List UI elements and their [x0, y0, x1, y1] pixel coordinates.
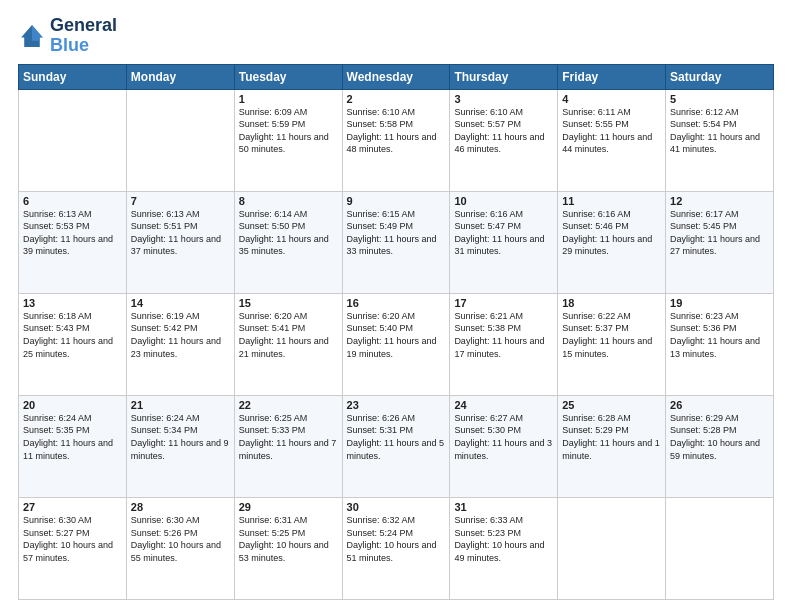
calendar-cell: 17Sunrise: 6:21 AM Sunset: 5:38 PM Dayli…: [450, 293, 558, 395]
day-info: Sunrise: 6:29 AM Sunset: 5:28 PM Dayligh…: [670, 412, 769, 462]
calendar-cell: 6Sunrise: 6:13 AM Sunset: 5:53 PM Daylig…: [19, 191, 127, 293]
calendar-cell: [19, 89, 127, 191]
logo-general: General: [50, 16, 117, 36]
day-info: Sunrise: 6:20 AM Sunset: 5:40 PM Dayligh…: [347, 310, 446, 360]
day-number: 24: [454, 399, 553, 411]
weekday-header-sunday: Sunday: [19, 64, 127, 89]
calendar-week-row: 6Sunrise: 6:13 AM Sunset: 5:53 PM Daylig…: [19, 191, 774, 293]
calendar-week-row: 13Sunrise: 6:18 AM Sunset: 5:43 PM Dayli…: [19, 293, 774, 395]
day-number: 3: [454, 93, 553, 105]
svg-marker-1: [32, 25, 43, 41]
day-info: Sunrise: 6:11 AM Sunset: 5:55 PM Dayligh…: [562, 106, 661, 156]
calendar-cell: 11Sunrise: 6:16 AM Sunset: 5:46 PM Dayli…: [558, 191, 666, 293]
calendar-cell: 10Sunrise: 6:16 AM Sunset: 5:47 PM Dayli…: [450, 191, 558, 293]
logo: General Blue: [18, 16, 117, 56]
day-info: Sunrise: 6:23 AM Sunset: 5:36 PM Dayligh…: [670, 310, 769, 360]
calendar-cell: 16Sunrise: 6:20 AM Sunset: 5:40 PM Dayli…: [342, 293, 450, 395]
day-info: Sunrise: 6:16 AM Sunset: 5:47 PM Dayligh…: [454, 208, 553, 258]
day-number: 15: [239, 297, 338, 309]
weekday-header-friday: Friday: [558, 64, 666, 89]
calendar-cell: 27Sunrise: 6:30 AM Sunset: 5:27 PM Dayli…: [19, 497, 127, 599]
day-number: 6: [23, 195, 122, 207]
weekday-header-tuesday: Tuesday: [234, 64, 342, 89]
calendar-cell: 20Sunrise: 6:24 AM Sunset: 5:35 PM Dayli…: [19, 395, 127, 497]
logo-text: General Blue: [50, 16, 117, 56]
calendar-cell: 7Sunrise: 6:13 AM Sunset: 5:51 PM Daylig…: [126, 191, 234, 293]
day-number: 30: [347, 501, 446, 513]
day-number: 28: [131, 501, 230, 513]
day-number: 4: [562, 93, 661, 105]
day-info: Sunrise: 6:17 AM Sunset: 5:45 PM Dayligh…: [670, 208, 769, 258]
weekday-header-thursday: Thursday: [450, 64, 558, 89]
calendar-week-row: 20Sunrise: 6:24 AM Sunset: 5:35 PM Dayli…: [19, 395, 774, 497]
day-number: 13: [23, 297, 122, 309]
day-number: 1: [239, 93, 338, 105]
day-info: Sunrise: 6:31 AM Sunset: 5:25 PM Dayligh…: [239, 514, 338, 564]
calendar-cell: 12Sunrise: 6:17 AM Sunset: 5:45 PM Dayli…: [666, 191, 774, 293]
day-info: Sunrise: 6:15 AM Sunset: 5:49 PM Dayligh…: [347, 208, 446, 258]
day-info: Sunrise: 6:13 AM Sunset: 5:53 PM Dayligh…: [23, 208, 122, 258]
day-number: 17: [454, 297, 553, 309]
day-number: 22: [239, 399, 338, 411]
day-number: 11: [562, 195, 661, 207]
calendar-cell: [666, 497, 774, 599]
calendar-table: SundayMondayTuesdayWednesdayThursdayFrid…: [18, 64, 774, 600]
calendar-week-row: 1Sunrise: 6:09 AM Sunset: 5:59 PM Daylig…: [19, 89, 774, 191]
weekday-header-saturday: Saturday: [666, 64, 774, 89]
weekday-header-wednesday: Wednesday: [342, 64, 450, 89]
day-number: 31: [454, 501, 553, 513]
calendar-cell: 14Sunrise: 6:19 AM Sunset: 5:42 PM Dayli…: [126, 293, 234, 395]
day-info: Sunrise: 6:22 AM Sunset: 5:37 PM Dayligh…: [562, 310, 661, 360]
weekday-header-monday: Monday: [126, 64, 234, 89]
calendar-cell: 25Sunrise: 6:28 AM Sunset: 5:29 PM Dayli…: [558, 395, 666, 497]
header: General Blue: [18, 16, 774, 56]
calendar-cell: 29Sunrise: 6:31 AM Sunset: 5:25 PM Dayli…: [234, 497, 342, 599]
day-info: Sunrise: 6:19 AM Sunset: 5:42 PM Dayligh…: [131, 310, 230, 360]
day-number: 14: [131, 297, 230, 309]
day-number: 12: [670, 195, 769, 207]
calendar-cell: 9Sunrise: 6:15 AM Sunset: 5:49 PM Daylig…: [342, 191, 450, 293]
day-number: 27: [23, 501, 122, 513]
logo-blue: Blue: [50, 36, 117, 56]
day-number: 23: [347, 399, 446, 411]
calendar-cell: 18Sunrise: 6:22 AM Sunset: 5:37 PM Dayli…: [558, 293, 666, 395]
calendar-cell: 28Sunrise: 6:30 AM Sunset: 5:26 PM Dayli…: [126, 497, 234, 599]
calendar-cell: 5Sunrise: 6:12 AM Sunset: 5:54 PM Daylig…: [666, 89, 774, 191]
day-number: 19: [670, 297, 769, 309]
calendar-cell: 22Sunrise: 6:25 AM Sunset: 5:33 PM Dayli…: [234, 395, 342, 497]
day-info: Sunrise: 6:30 AM Sunset: 5:26 PM Dayligh…: [131, 514, 230, 564]
calendar-cell: 26Sunrise: 6:29 AM Sunset: 5:28 PM Dayli…: [666, 395, 774, 497]
day-info: Sunrise: 6:24 AM Sunset: 5:35 PM Dayligh…: [23, 412, 122, 462]
day-number: 26: [670, 399, 769, 411]
calendar-header-row: SundayMondayTuesdayWednesdayThursdayFrid…: [19, 64, 774, 89]
calendar-cell: 31Sunrise: 6:33 AM Sunset: 5:23 PM Dayli…: [450, 497, 558, 599]
day-info: Sunrise: 6:09 AM Sunset: 5:59 PM Dayligh…: [239, 106, 338, 156]
calendar-cell: 8Sunrise: 6:14 AM Sunset: 5:50 PM Daylig…: [234, 191, 342, 293]
day-number: 18: [562, 297, 661, 309]
day-info: Sunrise: 6:26 AM Sunset: 5:31 PM Dayligh…: [347, 412, 446, 462]
day-info: Sunrise: 6:33 AM Sunset: 5:23 PM Dayligh…: [454, 514, 553, 564]
calendar-cell: [126, 89, 234, 191]
day-number: 9: [347, 195, 446, 207]
day-info: Sunrise: 6:24 AM Sunset: 5:34 PM Dayligh…: [131, 412, 230, 462]
day-info: Sunrise: 6:18 AM Sunset: 5:43 PM Dayligh…: [23, 310, 122, 360]
calendar-cell: 3Sunrise: 6:10 AM Sunset: 5:57 PM Daylig…: [450, 89, 558, 191]
logo-icon: [18, 22, 46, 50]
day-info: Sunrise: 6:10 AM Sunset: 5:57 PM Dayligh…: [454, 106, 553, 156]
calendar-cell: 23Sunrise: 6:26 AM Sunset: 5:31 PM Dayli…: [342, 395, 450, 497]
day-info: Sunrise: 6:27 AM Sunset: 5:30 PM Dayligh…: [454, 412, 553, 462]
day-info: Sunrise: 6:10 AM Sunset: 5:58 PM Dayligh…: [347, 106, 446, 156]
day-number: 21: [131, 399, 230, 411]
day-number: 16: [347, 297, 446, 309]
day-info: Sunrise: 6:12 AM Sunset: 5:54 PM Dayligh…: [670, 106, 769, 156]
calendar-cell: 13Sunrise: 6:18 AM Sunset: 5:43 PM Dayli…: [19, 293, 127, 395]
calendar-cell: 15Sunrise: 6:20 AM Sunset: 5:41 PM Dayli…: [234, 293, 342, 395]
page: General Blue SundayMondayTuesdayWednesda…: [0, 0, 792, 612]
day-info: Sunrise: 6:21 AM Sunset: 5:38 PM Dayligh…: [454, 310, 553, 360]
calendar-cell: [558, 497, 666, 599]
day-info: Sunrise: 6:30 AM Sunset: 5:27 PM Dayligh…: [23, 514, 122, 564]
day-number: 5: [670, 93, 769, 105]
day-number: 20: [23, 399, 122, 411]
calendar-cell: 24Sunrise: 6:27 AM Sunset: 5:30 PM Dayli…: [450, 395, 558, 497]
day-info: Sunrise: 6:28 AM Sunset: 5:29 PM Dayligh…: [562, 412, 661, 462]
